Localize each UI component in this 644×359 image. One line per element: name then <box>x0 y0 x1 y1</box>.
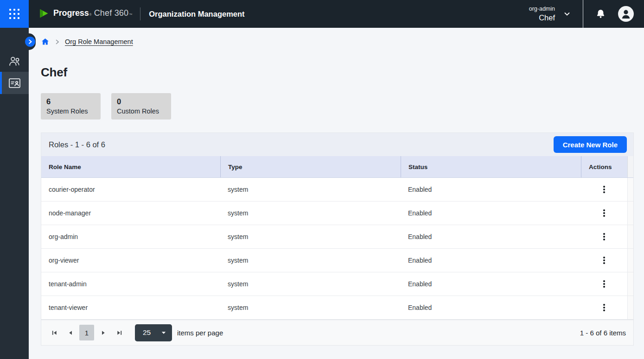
cell-role-name: node-manager <box>41 202 220 225</box>
topbar-divider <box>583 0 583 28</box>
cell-type: system <box>220 272 401 296</box>
table-scrollbar-track[interactable] <box>627 156 633 177</box>
cell-status: Enabled <box>401 296 581 319</box>
row-actions-menu-button[interactable] <box>597 277 611 291</box>
progress-logo-icon <box>38 8 50 19</box>
table-row: org-viewer system Enabled <box>41 249 633 272</box>
first-page-icon <box>51 330 57 336</box>
roles-panel-title: Roles - 1 - 6 of 6 <box>49 140 105 149</box>
grid-icon <box>9 9 19 19</box>
cell-type: system <box>220 249 401 272</box>
chevron-right-icon <box>27 39 33 44</box>
roles-panel: Roles - 1 - 6 of 6 Create New Role Role … <box>41 132 634 346</box>
brand-divider <box>140 7 140 20</box>
notifications-button[interactable] <box>595 9 606 19</box>
cell-type: system <box>220 178 401 201</box>
app-launcher-button[interactable] <box>0 0 29 28</box>
sidebar-item-roles[interactable] <box>0 72 29 94</box>
cell-status: Enabled <box>401 272 581 296</box>
cell-actions <box>581 178 627 201</box>
previous-page-button[interactable] <box>63 326 77 340</box>
sidebar-expand-button[interactable] <box>25 37 35 47</box>
table-header-row: Role Name Type Status Actions <box>41 156 633 178</box>
last-page-button[interactable] <box>113 326 127 340</box>
table-row: org-admin system Enabled <box>41 225 633 249</box>
last-page-icon <box>117 330 123 336</box>
cell-actions <box>581 202 627 225</box>
home-link[interactable] <box>41 38 50 46</box>
row-actions-menu-button[interactable] <box>597 253 611 267</box>
create-new-role-button[interactable]: Create New Role <box>554 136 627 153</box>
pagination-bar: 1 25 items per page 1 - 6 of 6 item <box>41 320 633 345</box>
sidebar-item-users[interactable] <box>0 50 29 72</box>
table-scrollbar-track[interactable] <box>627 296 633 319</box>
next-page-icon <box>101 330 107 336</box>
cell-status: Enabled <box>401 202 581 225</box>
page-size-value: 25 <box>143 328 161 337</box>
person-avatar-icon <box>618 6 634 22</box>
row-actions-menu-button[interactable] <box>597 206 611 220</box>
table-scrollbar-track[interactable] <box>627 272 633 296</box>
column-header-status: Status <box>401 156 581 177</box>
table-scrollbar-track[interactable] <box>627 202 633 225</box>
page-number-button[interactable]: 1 <box>79 325 94 340</box>
stat-value: 0 <box>117 97 166 107</box>
brand-logo: Progress ® Chef 360 ™ <box>38 8 133 19</box>
brand-name: Progress <box>53 8 89 18</box>
column-header-actions: Actions <box>581 156 627 177</box>
roles-panel-header: Roles - 1 - 6 of 6 Create New Role <box>41 132 634 156</box>
cell-status: Enabled <box>401 225 581 248</box>
items-per-page-label: items per page <box>177 329 223 337</box>
cell-role-name: org-admin <box>41 225 220 248</box>
items-range-label: 1 - 6 of 6 items <box>580 329 626 337</box>
row-actions-menu-button[interactable] <box>597 301 611 315</box>
trademark-mark: ™ <box>129 13 132 16</box>
stat-value: 6 <box>46 97 95 107</box>
table-row: tenant-viewer system Enabled <box>41 296 633 320</box>
cell-status: Enabled <box>401 178 581 201</box>
stat-cards: 6 System Roles 0 Custom Roles <box>41 93 644 120</box>
user-role-label: org-admin <box>529 5 555 13</box>
table-row: tenant-admin system Enabled <box>41 272 633 296</box>
cell-role-name: tenant-admin <box>41 272 220 296</box>
first-page-button[interactable] <box>47 326 61 340</box>
page-title: Chef <box>41 65 644 80</box>
cell-type: system <box>220 202 401 225</box>
topbar-right: org-admin Chef <box>529 0 644 28</box>
column-header-type: Type <box>220 156 401 177</box>
account-button[interactable] <box>618 6 634 22</box>
next-page-button[interactable] <box>96 326 110 340</box>
table-scrollbar-track[interactable] <box>627 178 633 201</box>
org-switcher[interactable]: org-admin Chef <box>529 5 555 23</box>
breadcrumb-chevron-icon <box>54 38 61 45</box>
brand-product: Chef 360 <box>94 8 129 18</box>
stat-label: Custom Roles <box>117 107 166 116</box>
row-actions-menu-button[interactable] <box>597 230 611 244</box>
cell-actions <box>581 272 627 296</box>
table-body: courier-operator system Enabled node-man… <box>41 178 633 320</box>
users-icon <box>8 55 21 67</box>
cell-role-name: org-viewer <box>41 249 220 272</box>
cell-actions <box>581 249 627 272</box>
cell-actions <box>581 296 627 319</box>
cell-type: system <box>220 296 401 319</box>
row-actions-menu-button[interactable] <box>597 183 611 196</box>
main-content: Org Role Management Chef 6 System Roles … <box>29 28 644 359</box>
left-sidebar <box>0 28 29 359</box>
bell-icon <box>595 9 606 19</box>
stat-card-custom-roles: 0 Custom Roles <box>111 93 171 120</box>
previous-page-icon <box>67 330 73 336</box>
cell-role-name: tenant-viewer <box>41 296 220 319</box>
table-scrollbar-track[interactable] <box>627 225 633 248</box>
top-navbar: Progress ® Chef 360 ™ Organization Manag… <box>0 0 644 28</box>
breadcrumb-link-org-role-management[interactable]: Org Role Management <box>65 38 133 45</box>
breadcrumb: Org Role Management <box>41 38 644 46</box>
app-title: Organization Management <box>149 10 244 19</box>
chevron-down-icon[interactable] <box>562 9 572 19</box>
table-scrollbar-track[interactable] <box>627 249 633 272</box>
cell-status: Enabled <box>401 249 581 272</box>
caret-down-icon <box>161 331 166 334</box>
cell-role-name: courier-operator <box>41 178 220 201</box>
page-size-select[interactable]: 25 <box>135 324 172 341</box>
cell-actions <box>581 225 627 248</box>
